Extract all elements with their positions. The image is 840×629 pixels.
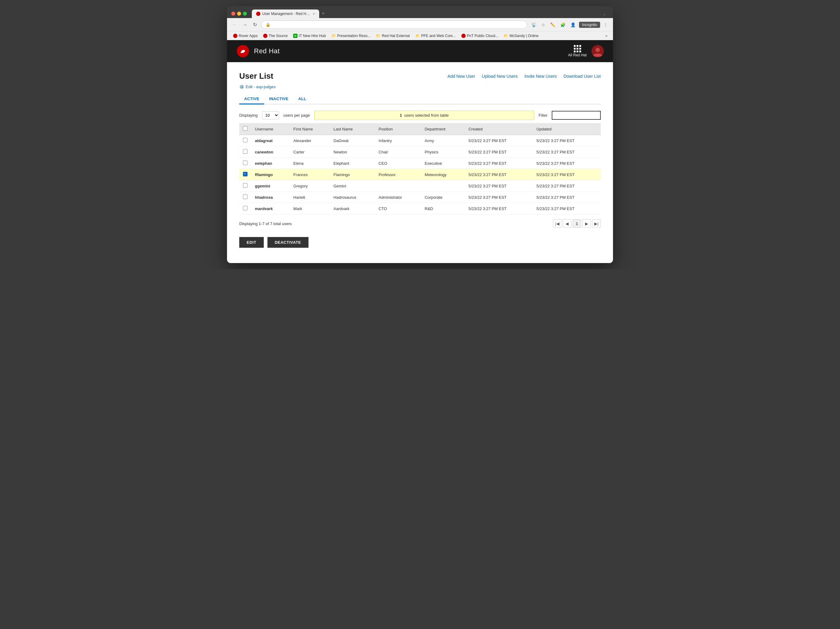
bookmark-presentation-label: Presentation Reso... <box>337 34 371 38</box>
edit-link-row: ⚙️ Edit - asp-judges <box>239 85 601 89</box>
rh-logo-text: Red Hat <box>254 47 280 55</box>
current-page-button[interactable]: 1 <box>573 219 581 228</box>
table-header-row: Username First Name Last Name Position D… <box>239 123 601 135</box>
bookmark-it-new-hire-label: IT New Hire Hub <box>299 34 326 38</box>
users-per-page-label: users per page <box>283 113 310 118</box>
row-checkbox[interactable] <box>243 172 248 177</box>
edit-gear-icon: ⚙️ <box>239 85 244 89</box>
back-button[interactable]: ← <box>231 21 238 28</box>
first-page-button[interactable]: |◀ <box>553 219 562 228</box>
the-source-favicon <box>263 34 267 38</box>
tab-close-button[interactable]: × <box>313 12 315 16</box>
row-checkbox[interactable] <box>243 183 248 188</box>
forward-button[interactable]: → <box>241 21 249 28</box>
bookmarks-bar: Rover Apps The Source N IT New Hire Hub … <box>227 31 613 40</box>
refresh-button[interactable]: ↻ <box>251 21 259 28</box>
download-user-list-link[interactable]: Download User List <box>564 74 601 79</box>
row-checkbox[interactable] <box>243 194 248 199</box>
select-all-checkbox[interactable] <box>243 126 248 131</box>
row-checkbox[interactable] <box>243 206 248 210</box>
prev-page-button[interactable]: ◀ <box>563 219 572 228</box>
new-tab-button[interactable]: + <box>319 9 327 18</box>
all-red-hat-label: All Red Hat <box>568 53 587 57</box>
bookmark-mcsandy[interactable]: 📁 McSandy | Online <box>501 33 541 39</box>
svg-point-0 <box>257 12 260 15</box>
page-title: User List <box>239 71 273 81</box>
table-row: hhadrosaHariettHadrosaurusAdministratorC… <box>239 192 601 203</box>
tab-inactive[interactable]: INACTIVE <box>264 94 293 104</box>
next-page-button[interactable]: ▶ <box>583 219 591 228</box>
menu-icon[interactable]: ⋮ <box>602 21 609 28</box>
tab-all[interactable]: ALL <box>294 94 311 104</box>
col-last-name: Last Name <box>330 123 375 135</box>
bookmark-pfe[interactable]: 📁 PFE and Web Com... <box>413 33 458 39</box>
lock-icon: 🔒 <box>265 22 270 27</box>
rh-logo[interactable]: Red Hat <box>236 44 280 58</box>
cast-icon[interactable]: 📡 <box>530 21 538 28</box>
row-checkbox[interactable] <box>243 149 248 154</box>
bookmark-rover-apps[interactable]: Rover Apps <box>231 33 260 39</box>
tab-title: User Management - Red Hat C <box>262 12 311 16</box>
edit-link[interactable]: Edit - asp-judges <box>246 85 276 89</box>
incognito-button[interactable]: Incognito <box>579 22 600 28</box>
bookmark-the-source[interactable]: The Source <box>261 33 290 39</box>
deactivate-button[interactable]: DEACTIVATE <box>267 237 308 248</box>
traffic-light-red[interactable] <box>231 12 235 16</box>
bookmark-star-icon[interactable]: ☆ <box>540 21 547 28</box>
row-checkbox[interactable] <box>243 161 248 165</box>
pen-icon[interactable]: ✏️ <box>549 21 557 28</box>
selected-banner: 1 users selected from table <box>314 110 534 120</box>
per-page-select[interactable]: 10 5 25 50 100 <box>262 111 279 120</box>
last-page-button[interactable]: ▶| <box>592 219 601 228</box>
browser-tab-active[interactable]: User Management - Red Hat C × <box>252 9 319 18</box>
avatar-icon <box>592 45 604 57</box>
cell-username: ggemini <box>251 180 290 192</box>
table-scroll-area: Username First Name Last Name Position D… <box>239 123 601 230</box>
tab-active[interactable]: ACTIVE <box>239 94 264 104</box>
select-all-header <box>239 123 251 135</box>
presentation-folder-icon: 📁 <box>332 34 336 38</box>
filter-input[interactable] <box>552 111 601 120</box>
table-row: aldagreatAlexanderDaGreatInfantryArmy5/2… <box>239 135 601 147</box>
tab-more-button[interactable]: ⌄ <box>600 10 609 17</box>
page-header: User List Add New User Upload New Users … <box>239 71 601 81</box>
rh-logo-icon <box>236 44 249 58</box>
all-red-hat-apps-button[interactable]: All Red Hat <box>568 45 587 57</box>
col-position: Position <box>375 123 421 135</box>
main-content: User List Add New User Upload New Users … <box>227 62 613 263</box>
edit-button[interactable]: EDIT <box>239 237 264 248</box>
displaying-label: Displaying <box>239 113 257 118</box>
bookmarks-more-button[interactable]: » <box>603 33 609 39</box>
table-row: ggeminiGregoryGemini5/23/22 3:27 PM EST5… <box>239 180 601 192</box>
cell-username: aldagreat <box>251 135 290 147</box>
filter-label: Filter <box>538 113 548 118</box>
pnt-favicon <box>461 34 466 38</box>
traffic-light-yellow[interactable] <box>237 12 241 16</box>
pfe-folder-icon: 📁 <box>415 34 420 38</box>
table-row: mardvarkMarkAardvarkCTOR&D5/23/22 3:27 P… <box>239 203 601 214</box>
tab-favicon <box>256 12 261 16</box>
tabs-row: ACTIVE INACTIVE ALL <box>239 94 601 104</box>
add-new-user-link[interactable]: Add New User <box>448 74 475 79</box>
user-avatar[interactable] <box>592 45 604 57</box>
bookmark-red-hat-external-label: Red Hat External <box>382 34 410 38</box>
address-bar: 🔒 redhat.com/wapps/ugc/protected/usermgt… <box>261 20 527 29</box>
cell-username: eelephan <box>251 158 290 169</box>
row-checkbox[interactable] <box>243 138 248 142</box>
invite-new-users-link[interactable]: Invite New Users <box>524 74 557 79</box>
profile-icon[interactable]: 👤 <box>569 21 577 28</box>
bookmark-pfe-label: PFE and Web Com... <box>421 34 456 38</box>
bookmark-pnt[interactable]: PnT Public Cloud... <box>459 33 501 39</box>
bookmark-presentation[interactable]: 📁 Presentation Reso... <box>329 33 373 39</box>
bookmark-red-hat-external[interactable]: 📁 Red Hat External <box>373 33 412 39</box>
cell-username: fflamingo <box>251 169 290 180</box>
traffic-light-green[interactable] <box>243 12 247 16</box>
bookmark-pnt-label: PnT Public Cloud... <box>467 34 499 38</box>
cell-username: hhadrosa <box>251 192 290 203</box>
bookmark-it-new-hire[interactable]: N IT New Hire Hub <box>291 33 328 39</box>
col-username: Username <box>251 123 290 135</box>
upload-new-users-link[interactable]: Upload New Users <box>482 74 518 79</box>
extensions-icon[interactable]: 🧩 <box>559 21 567 28</box>
address-input[interactable]: redhat.com/wapps/ugc/protected/usermgt/u… <box>272 22 523 27</box>
user-table: Username First Name Last Name Position D… <box>239 123 601 214</box>
